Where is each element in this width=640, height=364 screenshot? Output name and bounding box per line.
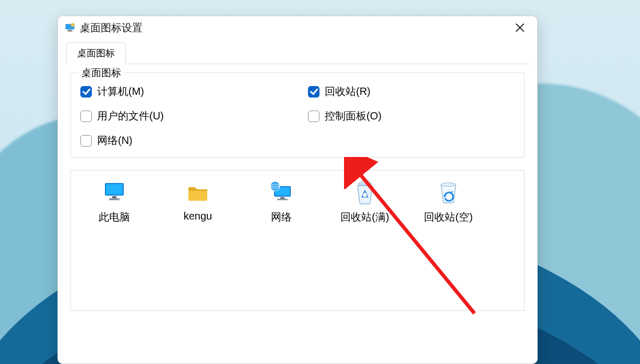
folder-icon xyxy=(159,178,237,207)
checkbox-computer[interactable]: 计算机(M) xyxy=(80,84,287,99)
network-icon xyxy=(242,178,321,207)
checkbox-label: 用户的文件(U) xyxy=(97,109,164,123)
close-button[interactable] xyxy=(508,19,532,36)
svg-rect-10 xyxy=(109,198,120,200)
svg-rect-9 xyxy=(112,196,116,198)
checkbox-label: 控制面板(O) xyxy=(325,109,382,123)
svg-rect-2 xyxy=(68,30,72,31)
dialog-content: 桌面图标 计算机(M) 回收站(R) 用户的文件(U) 控制面板(O) xyxy=(58,64,537,363)
preview-item-user-folder[interactable]: kengu xyxy=(159,178,237,222)
preview-item-recycle-full[interactable]: 回收站(满) xyxy=(326,178,404,224)
checkbox-icon xyxy=(80,111,92,122)
checkbox-label: 回收站(R) xyxy=(325,84,371,99)
desktop-icon-settings-dialog: 桌面图标设置 桌面图标 桌面图标 计算机(M) 回收站(R) xyxy=(57,16,538,364)
checkbox-recycle-bin[interactable]: 回收站(R) xyxy=(308,84,515,99)
svg-rect-3 xyxy=(67,31,73,32)
checkbox-icon xyxy=(80,135,92,147)
svg-rect-8 xyxy=(106,184,123,195)
desktop-icons-group: 桌面图标 计算机(M) 回收站(R) 用户的文件(U) 控制面板(O) xyxy=(70,72,525,157)
recycle-bin-full-icon xyxy=(326,178,404,207)
checkbox-label: 计算机(M) xyxy=(97,84,144,99)
checkbox-control-panel[interactable]: 控制面板(O) xyxy=(308,109,515,123)
tab-desktop-icons[interactable]: 桌面图标 xyxy=(66,42,126,64)
close-icon xyxy=(515,23,525,32)
preview-label: 此电脑 xyxy=(75,210,153,224)
svg-point-4 xyxy=(71,23,75,27)
group-title: 桌面图标 xyxy=(78,66,124,80)
checkbox-network[interactable]: 网络(N) xyxy=(80,134,287,148)
window-title: 桌面图标设置 xyxy=(80,21,508,35)
preview-item-this-pc[interactable]: 此电脑 xyxy=(75,178,153,224)
checkbox-user-files[interactable]: 用户的文件(U) xyxy=(80,109,287,123)
preview-label: kengu xyxy=(159,210,237,222)
recycle-bin-empty-icon xyxy=(409,178,488,207)
preview-label: 回收站(满) xyxy=(326,210,404,224)
icon-preview-list: 此电脑 kengu xyxy=(70,170,525,311)
checkbox-icon xyxy=(308,111,319,122)
svg-rect-14 xyxy=(277,199,288,200)
preview-item-recycle-empty[interactable]: 回收站(空) xyxy=(409,178,488,224)
preview-label: 回收站(空) xyxy=(409,210,488,224)
svg-point-19 xyxy=(441,183,456,187)
titlebar: 桌面图标设置 xyxy=(58,16,537,39)
svg-rect-17 xyxy=(359,183,371,185)
this-pc-icon xyxy=(75,178,153,207)
preview-label: 网络 xyxy=(242,210,321,224)
checkbox-icon xyxy=(80,86,92,98)
preview-item-network[interactable]: 网络 xyxy=(242,178,321,224)
tab-strip: 桌面图标 xyxy=(66,42,529,64)
checkbox-label: 网络(N) xyxy=(97,134,133,148)
svg-rect-13 xyxy=(280,197,285,199)
checkbox-icon xyxy=(308,86,319,98)
app-icon xyxy=(64,22,76,33)
